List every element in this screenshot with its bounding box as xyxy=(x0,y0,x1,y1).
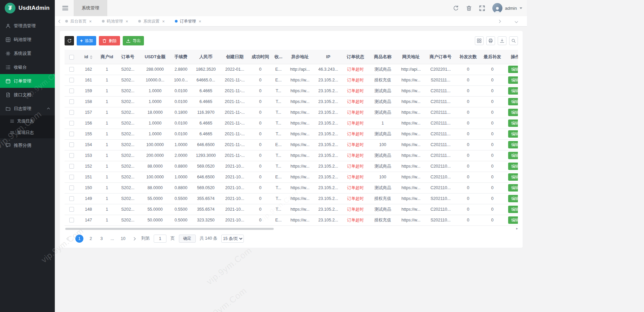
tab-dashboard[interactable]: 后台首页 × xyxy=(65,19,92,24)
row-checkbox[interactable] xyxy=(69,196,74,201)
tab-dot xyxy=(138,20,141,23)
row-checkbox[interactable] xyxy=(69,89,74,93)
user-menu[interactable]: admin xyxy=(492,3,522,13)
row-checkbox[interactable] xyxy=(69,132,74,136)
header-created: 创建日期 xyxy=(220,50,250,64)
download-button[interactable] xyxy=(498,36,506,45)
row-checkbox[interactable] xyxy=(69,175,74,179)
page-button-2[interactable]: 2 xyxy=(87,236,94,241)
tab-close-icon[interactable]: × xyxy=(89,19,92,24)
select-all-checkbox[interactable] xyxy=(69,55,74,60)
sidebar-item-log-management[interactable]: 日志管理 xyxy=(0,102,55,115)
sidebar-toggle-icon[interactable] xyxy=(62,6,68,10)
sidebar-item-pool-management[interactable]: 码池管理 xyxy=(0,33,55,46)
header-id[interactable]: id xyxy=(79,50,98,64)
row-checkbox[interactable] xyxy=(69,142,74,147)
tab-close-icon[interactable]: × xyxy=(162,19,165,24)
edit-button[interactable]: 编辑 xyxy=(508,184,518,192)
cell-order-no: S202... xyxy=(116,172,140,182)
confirm-button[interactable]: 确定 xyxy=(179,235,196,243)
brand-logo[interactable]: ₮ UsdtAdmin xyxy=(0,0,55,16)
row-checkbox[interactable] xyxy=(69,164,74,169)
cell-created: 2021-11-... xyxy=(220,118,250,129)
edit-button[interactable]: 编辑 xyxy=(508,152,518,159)
edit-button[interactable]: 编辑 xyxy=(508,141,518,148)
edit-button[interactable]: 编辑 xyxy=(508,130,518,138)
tab-order-management[interactable]: 订单管理 × xyxy=(175,19,201,24)
sort-icon[interactable] xyxy=(90,55,92,59)
page-button-1[interactable]: 1 xyxy=(75,235,83,243)
cell-id: 157 xyxy=(79,107,98,118)
page-button-10[interactable]: 10 xyxy=(120,236,126,241)
cell-gateway: https://w... xyxy=(397,118,425,129)
tab-dot xyxy=(65,20,68,23)
sidebar-item-system-settings[interactable]: 系统设置 xyxy=(0,46,55,60)
table-row: 156 1 S202... 1.0000 0.0100 6.4665 2021-… xyxy=(65,118,518,129)
next-page-button[interactable] xyxy=(130,236,137,241)
row-checkbox[interactable] xyxy=(69,207,74,212)
sidebar-item-order-management[interactable]: 订单管理 xyxy=(0,74,55,88)
edit-button[interactable]: 编辑 xyxy=(508,119,518,127)
refresh-icon[interactable] xyxy=(453,5,459,11)
export-button[interactable]: 导出 xyxy=(123,36,144,45)
tabs-menu-toggle[interactable] xyxy=(511,20,522,23)
row-checkbox[interactable] xyxy=(69,110,74,115)
tabs-scroll-left[interactable] xyxy=(55,20,65,23)
edit-button[interactable]: 编辑 xyxy=(508,76,518,84)
sidebar-item-referral-commission[interactable]: 推荐分佣 xyxy=(0,138,55,152)
sidebar-item-withdraw-log[interactable]: 提现日志 xyxy=(0,127,55,138)
add-button[interactable]: + 添加 xyxy=(77,36,96,45)
log-submenu: 充值日志 提现日志 xyxy=(0,115,55,138)
page-size-select[interactable]: 15 条/页 xyxy=(221,235,244,243)
prev-page-button[interactable] xyxy=(65,236,71,241)
search-icon xyxy=(511,38,516,43)
sidebar-item-admin-management[interactable]: 管理员管理 xyxy=(0,19,55,33)
cell-id: 155 xyxy=(79,129,98,139)
chevron-down-icon xyxy=(515,20,518,23)
sidebar-item-recharge-log[interactable]: 充值日志 xyxy=(0,115,55,127)
columns-button[interactable] xyxy=(475,36,484,45)
cell-cny: 323.3250 xyxy=(192,215,220,226)
cell-merchant-id: 1 xyxy=(98,172,116,182)
watermark: vip.9ym.Com xyxy=(204,245,254,287)
row-checkbox[interactable] xyxy=(69,218,74,222)
scroll-right-icon[interactable]: ▸ xyxy=(516,227,518,230)
edit-button[interactable]: 编辑 xyxy=(508,195,518,202)
fullscreen-icon[interactable] xyxy=(479,5,485,11)
goto-page-input[interactable] xyxy=(154,235,166,243)
cell-notify-url: https://w... xyxy=(286,129,314,139)
refresh-button[interactable] xyxy=(65,36,74,45)
search-button[interactable] xyxy=(509,36,518,45)
tab-close-icon[interactable]: × xyxy=(126,19,128,24)
row-checkbox[interactable] xyxy=(69,121,74,126)
row-checkbox[interactable] xyxy=(69,153,74,158)
edit-button[interactable]: 编辑 xyxy=(508,216,518,224)
sidebar-item-cashier[interactable]: 收银台 xyxy=(0,60,55,74)
tab-system-settings[interactable]: 系统设置 × xyxy=(138,19,165,24)
tab-close-icon[interactable]: × xyxy=(199,19,201,24)
scrollbar-thumb[interactable] xyxy=(65,228,274,230)
edit-button[interactable]: 编辑 xyxy=(508,109,518,116)
horizontal-scrollbar[interactable]: ▸ xyxy=(65,227,518,231)
edit-button[interactable]: 编辑 xyxy=(508,98,518,105)
tab-pool-management[interactable]: 码池管理 × xyxy=(102,19,128,24)
row-checkbox[interactable] xyxy=(69,67,74,72)
cell-select xyxy=(65,193,79,204)
edit-button[interactable]: 编辑 xyxy=(508,163,518,170)
tabs-scroll-right[interactable] xyxy=(494,20,504,23)
row-checkbox[interactable] xyxy=(69,99,74,104)
delete-button[interactable]: 删除 xyxy=(99,36,120,45)
cell-merchant-order-no: C202110... xyxy=(425,172,456,182)
edit-button[interactable]: 编辑 xyxy=(508,173,518,181)
row-checkbox[interactable] xyxy=(69,185,74,190)
row-checkbox[interactable] xyxy=(69,78,74,82)
edit-button[interactable]: 编辑 xyxy=(508,87,518,95)
cell-merchant-id: 1 xyxy=(98,161,116,172)
sidebar-item-api-docs[interactable]: 接口文档 xyxy=(0,88,55,102)
trash-icon[interactable] xyxy=(466,5,472,11)
edit-button[interactable]: 编辑 xyxy=(508,206,518,213)
edit-button[interactable]: 编辑 xyxy=(508,66,518,73)
top-tab-system-management[interactable]: 系统管理 xyxy=(74,0,107,16)
page-button-3[interactable]: 3 xyxy=(98,236,105,241)
print-button[interactable] xyxy=(486,36,495,45)
